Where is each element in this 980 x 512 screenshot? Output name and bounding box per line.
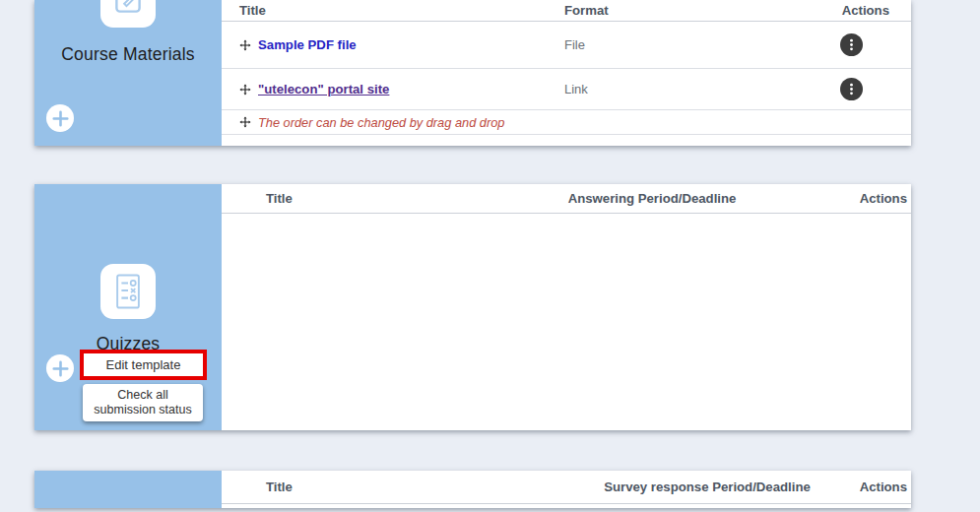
material-format: File xyxy=(564,37,791,52)
course-materials-table: Title Format Actions Sample PDF file Fil… xyxy=(222,0,911,146)
add-quiz-button[interactable] xyxy=(46,354,74,382)
section-title-course-materials: Course Materials xyxy=(34,44,222,65)
column-header-title: Title xyxy=(222,3,564,18)
column-header-actions: Actions xyxy=(832,480,911,494)
pencil-square-icon xyxy=(100,0,156,28)
column-header-answering-period: Answering Period/Deadline xyxy=(472,191,832,206)
section-surveys: Title Survey response Period/Deadline Ac… xyxy=(34,471,911,508)
plus-icon xyxy=(52,360,69,377)
drag-handle-icon[interactable] xyxy=(239,84,251,96)
column-header-actions: Actions xyxy=(791,3,911,18)
column-header-title: Title xyxy=(222,480,582,494)
add-material-button[interactable] xyxy=(46,104,74,132)
highlight-box-red: Edit template xyxy=(80,350,207,380)
surveys-table: Title Survey response Period/Deadline Ac… xyxy=(222,471,911,508)
row-actions-button[interactable] xyxy=(840,33,863,56)
course-materials-sidebar: Course Materials xyxy=(34,0,222,146)
table-row: "utelecon" portal site Link xyxy=(222,69,911,110)
column-header-title: Title xyxy=(222,191,472,206)
table-header-row: Title Format Actions xyxy=(222,0,911,22)
column-header-format: Format xyxy=(564,3,791,18)
quizzes-sidebar: Quizzes Edit template Check all submissi… xyxy=(34,184,222,430)
drag-drop-note-row: The order can be changed by drag and dro… xyxy=(222,110,911,135)
plus-icon xyxy=(52,110,69,127)
check-all-submission-status-menu-item[interactable]: Check all submission status xyxy=(83,384,203,421)
kebab-menu-icon xyxy=(849,82,854,96)
column-header-survey-period: Survey response Period/Deadline xyxy=(582,480,832,494)
section-quizzes: Quizzes Edit template Check all submissi… xyxy=(34,184,911,430)
row-actions-button[interactable] xyxy=(840,78,863,100)
move-arrows-icon xyxy=(239,116,251,128)
table-header-row: Title Answering Period/Deadline Actions xyxy=(222,184,911,214)
drag-handle-icon[interactable] xyxy=(239,39,251,51)
surveys-sidebar xyxy=(34,471,222,508)
quizzes-table: Title Answering Period/Deadline Actions xyxy=(222,184,911,430)
table-header-row: Title Survey response Period/Deadline Ac… xyxy=(222,471,911,504)
edit-template-menu-item[interactable]: Edit template xyxy=(84,353,203,376)
drag-drop-note: The order can be changed by drag and dro… xyxy=(258,115,504,130)
kebab-menu-icon xyxy=(849,37,854,52)
material-link-utelecon[interactable]: "utelecon" portal site xyxy=(258,82,389,96)
table-row: Sample PDF file File xyxy=(222,22,911,69)
column-header-actions: Actions xyxy=(832,191,911,206)
section-course-materials: Course Materials Title Format Actions Sa… xyxy=(34,0,911,146)
material-link-sample-pdf[interactable]: Sample PDF file xyxy=(258,37,357,52)
quiz-checklist-icon xyxy=(100,264,156,319)
material-format: Link xyxy=(564,82,791,96)
